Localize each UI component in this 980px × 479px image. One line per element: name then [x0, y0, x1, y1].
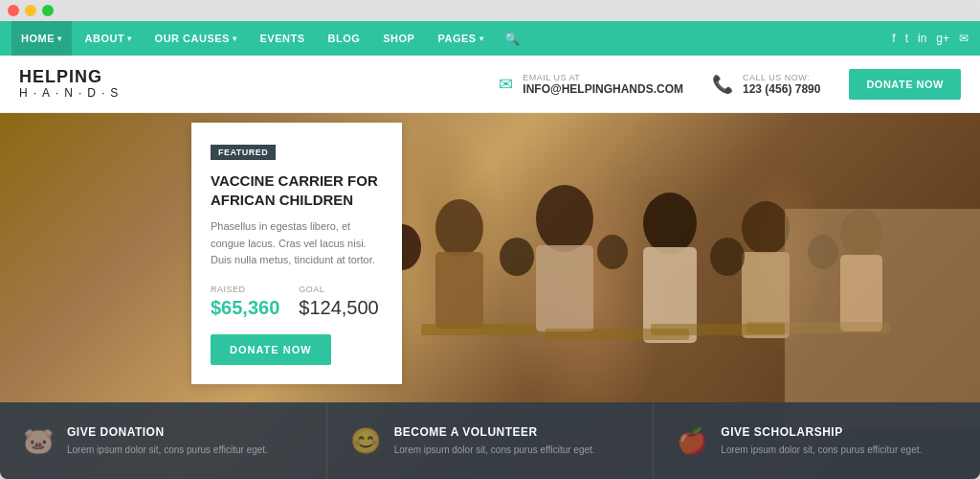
nav-item-home[interactable]: HOME ▾	[11, 21, 72, 56]
svg-point-6	[742, 201, 790, 255]
feature-scholarship-title: GIVE SCHOLARSHIP	[721, 425, 922, 439]
feature-scholarship-text: GIVE SCHOLARSHIP Lorem ipsum dolor sit, …	[721, 425, 922, 457]
email-label: EMAIL US AT	[523, 73, 683, 82]
facebook-icon[interactable]: f	[892, 32, 895, 45]
scholarship-icon: 🍎	[677, 426, 707, 456]
phone-icon: 📞	[712, 74, 733, 95]
card-stats: RAISED $65,360 GOAL $124,500	[211, 285, 383, 319]
raised-value: $65,360	[211, 297, 279, 319]
svg-point-0	[435, 199, 483, 257]
feature-donation: 🐷 GIVE DONATION Lorem ipsum dolor sit, c…	[0, 402, 327, 479]
email-info: EMAIL US AT INFO@HELPINGHANDS.COM	[523, 73, 683, 96]
nav-menu: HOME ▾ ABOUT ▾ OUR CAUSES ▾ EVENTS BLOG	[11, 21, 892, 56]
feature-scholarship-desc: Lorem ipsum dolor sit, cons purus effici…	[721, 443, 922, 457]
svg-point-4	[643, 193, 697, 254]
svg-point-17	[710, 238, 745, 276]
feature-volunteer-text: BECOME A VOLUNTEER Lorem ipsum dolor sit…	[394, 425, 595, 457]
featured-badge: FEATURED	[211, 145, 276, 160]
chevron-down-icon: ▾	[57, 34, 62, 43]
svg-point-16	[597, 235, 628, 269]
maximize-button[interactable]	[42, 5, 54, 16]
nav-item-about[interactable]: ABOUT ▾	[76, 21, 142, 56]
envelope-icon: ✉	[499, 74, 513, 95]
linkedin-icon[interactable]: in	[918, 32, 926, 45]
feature-donation-title: GIVE DONATION	[67, 425, 268, 439]
nav-item-pages[interactable]: PAGES ▾	[428, 21, 493, 56]
email-icon[interactable]: ✉	[959, 32, 969, 45]
twitter-icon[interactable]: t	[905, 32, 908, 45]
header-contact: ✉ EMAIL US AT INFO@HELPINGHANDS.COM 📞 CA…	[499, 69, 961, 100]
svg-rect-19	[785, 209, 980, 429]
goal-stat: GOAL $124,500	[299, 285, 378, 319]
card-title: VACCINE CARRIER FOR AFRICAN CHILDREN	[211, 171, 383, 209]
close-button[interactable]	[8, 5, 19, 16]
feature-volunteer: 😊 BECOME A VOLUNTEER Lorem ipsum dolor s…	[327, 402, 655, 479]
header-donate-button[interactable]: DONATE NOW	[849, 69, 961, 100]
site-logo: HELPING H·A·N·D·S	[19, 68, 123, 100]
feature-volunteer-desc: Lorem ipsum dolor sit, cons purus effici…	[394, 443, 595, 457]
phone-label: CALL US NOW:	[743, 73, 820, 82]
svg-point-15	[500, 238, 534, 276]
nav-item-blog[interactable]: BLOG	[318, 21, 369, 56]
nav-item-causes[interactable]: OUR CAUSES ▾	[145, 21, 247, 56]
phone-value: 123 (456) 7890	[743, 82, 820, 96]
social-links: f t in g+ ✉	[892, 32, 969, 45]
logo-top: HELPING	[19, 68, 123, 87]
chevron-down-icon: ▾	[127, 34, 132, 43]
raised-label: RAISED	[211, 285, 279, 294]
svg-point-2	[536, 185, 593, 252]
top-navigation: HOME ▾ ABOUT ▾ OUR CAUSES ▾ EVENTS BLOG	[0, 21, 980, 56]
minimize-button[interactable]	[25, 5, 36, 16]
feature-volunteer-title: BECOME A VOLUNTEER	[394, 425, 595, 439]
email-contact: ✉ EMAIL US AT INFO@HELPINGHANDS.COM	[499, 73, 683, 96]
goal-value: $124,500	[299, 297, 378, 319]
site-header: HELPING H·A·N·D·S ✉ EMAIL US AT INFO@HEL…	[0, 56, 980, 113]
card-donate-button[interactable]: DONATE NOW	[211, 334, 331, 365]
card-description: Phasellus in egestas libero, et congue l…	[211, 218, 383, 269]
goal-label: GOAL	[299, 285, 378, 294]
search-button[interactable]: 🔍	[497, 32, 527, 46]
googleplus-icon[interactable]: g+	[936, 32, 949, 45]
phone-info: CALL US NOW: 123 (456) 7890	[743, 73, 820, 96]
nav-item-events[interactable]: EVENTS	[250, 21, 314, 56]
feature-donation-desc: Lorem ipsum dolor sit, cons purus effici…	[67, 443, 268, 457]
feature-donation-text: GIVE DONATION Lorem ipsum dolor sit, con…	[67, 425, 268, 457]
piggy-bank-icon: 🐷	[23, 426, 54, 456]
phone-contact: 📞 CALL US NOW: 123 (456) 7890	[712, 73, 820, 96]
volunteer-icon: 😊	[350, 426, 381, 456]
website: HOME ▾ ABOUT ▾ OUR CAUSES ▾ EVENTS BLOG	[0, 21, 980, 479]
hero-section: FEATURED VACCINE CARRIER FOR AFRICAN CHI…	[0, 113, 980, 479]
chevron-down-icon: ▾	[479, 34, 484, 43]
raised-stat: RAISED $65,360	[211, 285, 279, 319]
title-bar	[0, 0, 980, 21]
email-value: INFO@HELPINGHANDS.COM	[523, 82, 683, 96]
svg-rect-3	[536, 245, 593, 331]
features-bar: 🐷 GIVE DONATION Lorem ipsum dolor sit, c…	[0, 402, 980, 479]
hero-card: FEATURED VACCINE CARRIER FOR AFRICAN CHI…	[191, 123, 402, 384]
chevron-down-icon: ▾	[233, 34, 237, 43]
feature-scholarship: 🍎 GIVE SCHOLARSHIP Lorem ipsum dolor sit…	[654, 402, 980, 479]
svg-rect-11	[421, 324, 536, 335]
nav-item-shop[interactable]: SHOP	[373, 21, 424, 56]
logo-bottom: H·A·N·D·S	[19, 87, 123, 100]
browser-window: HOME ▾ ABOUT ▾ OUR CAUSES ▾ EVENTS BLOG	[0, 0, 980, 479]
svg-rect-1	[435, 252, 483, 329]
